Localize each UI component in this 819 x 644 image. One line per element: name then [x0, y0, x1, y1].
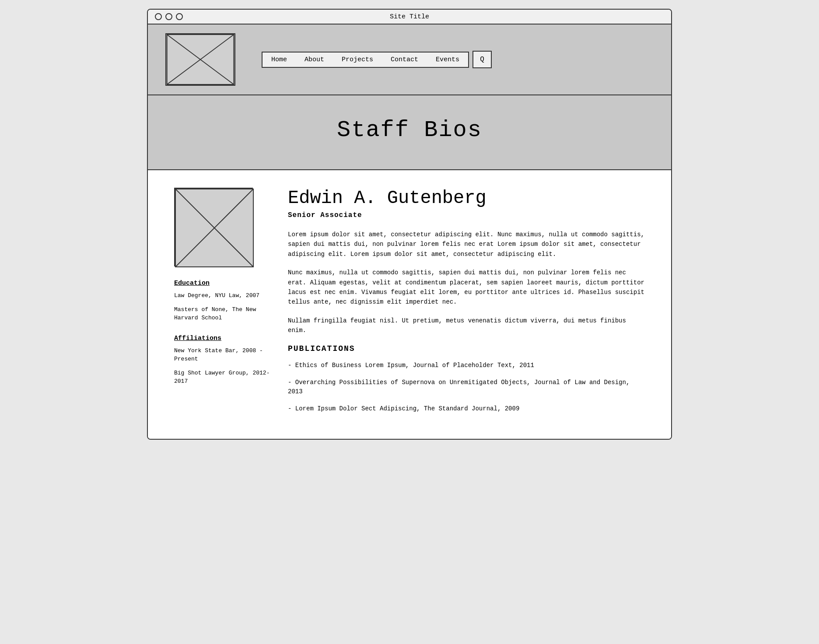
- svg-line-1: [167, 35, 234, 84]
- window-controls: [155, 13, 183, 20]
- title-bar: Site Title: [148, 10, 671, 24]
- education-item-2: Masters of None, The New Harvard School: [174, 305, 270, 322]
- nav-item-events[interactable]: Events: [427, 52, 468, 67]
- window-control-close[interactable]: [155, 13, 162, 20]
- education-section: Education Law Degree, NYU Law, 2007 Mast…: [174, 280, 270, 322]
- site-header: Home About Projects Contact Events Q: [148, 24, 671, 95]
- svg-line-2: [167, 35, 234, 84]
- hero-section: Staff Bios: [148, 95, 671, 170]
- main-content: Education Law Degree, NYU Law, 2007 Mast…: [148, 170, 671, 439]
- search-button[interactable]: Q: [472, 51, 492, 68]
- search-icon: Q: [480, 56, 484, 63]
- nav-item-projects[interactable]: Projects: [333, 52, 382, 67]
- svg-rect-0: [167, 35, 234, 84]
- nav-area: Home About Projects Contact Events Q: [262, 51, 492, 68]
- affiliation-item-1: New York State Bar, 2008 - Present: [174, 346, 270, 364]
- nav-item-contact[interactable]: Contact: [382, 52, 427, 67]
- education-title: Education: [174, 280, 270, 287]
- logo-image: [165, 33, 235, 86]
- affiliations-title: Affiliations: [174, 335, 270, 342]
- affiliations-section: Affiliations New York State Bar, 2008 - …: [174, 335, 270, 386]
- person-name: Edwin A. Gutenberg: [288, 188, 645, 209]
- page-title: Staff Bios: [165, 117, 654, 143]
- browser-window: Site Title Home About Projects Contact E…: [147, 9, 672, 440]
- nav-menu: Home About Projects Contact Events: [262, 52, 469, 68]
- profile-image: [174, 188, 253, 266]
- site-title: Site Title: [390, 13, 429, 21]
- publication-item-3: - Lorem Ipsum Dolor Sect Adipiscing, The…: [288, 404, 645, 413]
- publications-title: PUBLICATIONS: [288, 344, 645, 353]
- window-control-maximize[interactable]: [176, 13, 183, 20]
- affiliation-item-2: Big Shot Lawyer Group, 2012-2017: [174, 369, 270, 386]
- bio-paragraph-2: Nunc maximus, nulla ut commodo sagittis,…: [288, 268, 645, 307]
- nav-item-home[interactable]: Home: [262, 52, 296, 67]
- right-content: Edwin A. Gutenberg Senior Associate Lore…: [288, 188, 645, 421]
- window-control-minimize[interactable]: [165, 13, 172, 20]
- nav-item-about[interactable]: About: [296, 52, 333, 67]
- bio-paragraph-1: Lorem ipsum dolor sit amet, consectetur …: [288, 230, 645, 259]
- person-job-title: Senior Associate: [288, 211, 645, 219]
- left-sidebar: Education Law Degree, NYU Law, 2007 Mast…: [174, 188, 270, 421]
- education-item-1: Law Degree, NYU Law, 2007: [174, 291, 270, 300]
- bio-paragraph-3: Nullam fringilla feugiat nisl. Ut pretiu…: [288, 316, 645, 336]
- publication-item-1: - Ethics of Business Lorem Ipsum, Journa…: [288, 361, 645, 370]
- publication-item-2: - Overarching Possibilities of Supernova…: [288, 378, 645, 396]
